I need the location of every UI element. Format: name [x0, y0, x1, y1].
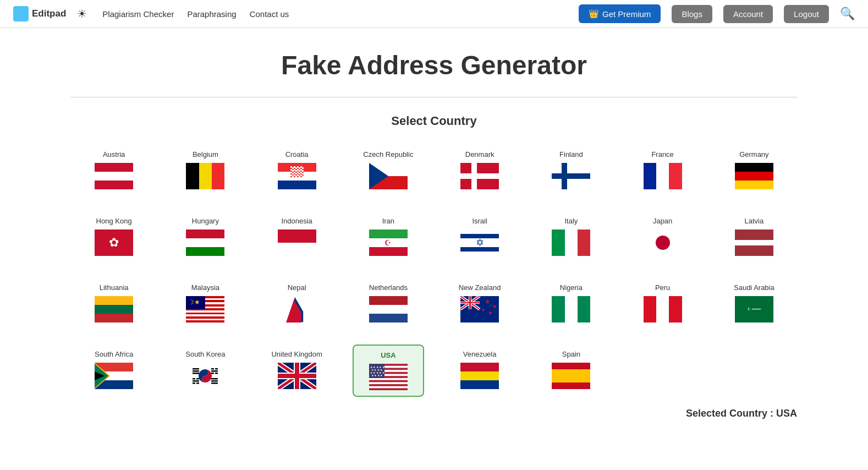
crown-icon: 👑 [589, 9, 599, 19]
flag-nepal [278, 296, 316, 323]
search-icon: 🔍 [840, 7, 855, 20]
flag-venezuela [460, 363, 499, 389]
flag-japan [644, 229, 682, 256]
svg-rect-10 [469, 296, 471, 309]
country-france[interactable]: France [627, 145, 699, 195]
country-newzealand[interactable]: New Zealand ★ ★ ★ ★ [444, 278, 515, 328]
svg-rect-48 [295, 363, 299, 389]
country-croatia[interactable]: Croatia [261, 145, 333, 195]
svg-rect-39 [211, 382, 218, 384]
country-usa[interactable]: USA ★ ★ ★ ★ ★ ★ ★ ★ ★ [353, 345, 424, 397]
flag-finland [552, 163, 590, 189]
svg-rect-30 [211, 373, 214, 374]
iran-emblem: ☪ [384, 238, 392, 247]
main-content: Fake Address Generator Select Country Au… [49, 28, 819, 441]
country-hk[interactable]: Hong Kong ✿ [78, 211, 150, 261]
flag-italy [552, 229, 590, 256]
flag-saudi: ☪ ━━━━ [735, 296, 773, 323]
svg-rect-55 [369, 384, 408, 386]
svg-rect-29 [211, 370, 218, 372]
star-of-david-icon: ✡ [476, 238, 484, 248]
country-austria[interactable]: Austria [78, 145, 150, 195]
svg-rect-34 [193, 380, 199, 382]
svg-rect-25 [193, 370, 199, 372]
country-indonesia[interactable]: Indonesia [261, 211, 333, 261]
svg-text:★ ★ ★ ★: ★ ★ ★ ★ [371, 374, 383, 377]
country-saudi[interactable]: Saudi Arabia ☪ ━━━━ [718, 278, 790, 328]
flag-hungary [186, 229, 224, 256]
svg-rect-31 [215, 373, 218, 374]
svg-rect-28 [215, 368, 218, 370]
flag-hk: ✿ [95, 229, 133, 256]
blogs-button[interactable]: Blogs [672, 5, 712, 23]
flag-croatia [278, 163, 316, 189]
logo-icon [13, 6, 29, 21]
country-nepal[interactable]: Nepal [261, 278, 333, 328]
logo-link[interactable]: Editpad [13, 6, 66, 21]
country-finland[interactable]: Finland [535, 145, 607, 195]
flag-austria [95, 163, 133, 189]
country-netherlands[interactable]: Netherlands [353, 278, 424, 328]
nav-links: Plagiarism Checker Paraphrasing Contact … [102, 9, 289, 19]
account-button[interactable]: Account [723, 5, 773, 23]
page-title: Fake Address Generator [71, 50, 797, 80]
country-spain[interactable]: Spain [535, 345, 607, 397]
country-grid: Austria Belgium Croatia Czech Republ [71, 145, 797, 397]
nav-contact-us[interactable]: Contact us [250, 9, 289, 19]
flag-germany [735, 163, 773, 189]
svg-rect-27 [211, 368, 214, 370]
logo-text: Editpad [32, 8, 66, 19]
country-latvia[interactable]: Latvia [718, 211, 790, 261]
country-venezuela[interactable]: Venezuela [444, 345, 515, 397]
flag-latvia [735, 229, 773, 256]
flag-czech [369, 163, 408, 189]
country-iran[interactable]: Iran ☪ [353, 211, 424, 261]
svg-rect-24 [193, 368, 199, 370]
country-lithuania[interactable]: Lithuania [78, 278, 150, 328]
country-malaysia[interactable]: Malaysia ☽★ [169, 278, 241, 328]
hk-flower-icon: ✿ [106, 235, 122, 250]
svg-rect-32 [193, 378, 195, 380]
flag-uk [278, 363, 316, 389]
theme-toggle-icon[interactable]: ☀ [77, 7, 87, 20]
flag-indonesia [278, 229, 316, 256]
flag-nigeria [552, 296, 590, 323]
flag-malaysia: ☽★ [186, 296, 224, 323]
flag-france [644, 163, 682, 189]
svg-rect-37 [211, 378, 218, 380]
country-belgium[interactable]: Belgium [169, 145, 241, 195]
country-southafrica[interactable]: South Africa [78, 345, 150, 397]
country-nigeria[interactable]: Nigeria [535, 278, 607, 328]
selected-country-info: Selected Country : USA [71, 408, 797, 419]
country-germany[interactable]: Germany [718, 145, 790, 195]
select-country-heading: Select Country [71, 114, 797, 128]
svg-text:★: ★ [485, 298, 491, 305]
flag-israel: ✡ [460, 229, 499, 256]
svg-rect-54 [369, 380, 408, 382]
flag-southafrica [95, 363, 133, 389]
nav-paraphrasing[interactable]: Paraphrasing [187, 9, 236, 19]
search-button[interactable]: 🔍 [840, 7, 855, 21]
logout-button[interactable]: Logout [784, 5, 829, 23]
country-denmark[interactable]: Denmark [444, 145, 515, 195]
flag-belgium [186, 163, 224, 189]
flag-southkorea [186, 363, 224, 389]
get-premium-button[interactable]: 👑 Get Premium [579, 4, 661, 23]
country-hungary[interactable]: Hungary [169, 211, 241, 261]
country-italy[interactable]: Italy [535, 211, 607, 261]
svg-text:★: ★ [481, 308, 485, 313]
nav-plagiarism-checker[interactable]: Plagiarism Checker [102, 9, 174, 19]
country-uk[interactable]: United Kingdom [261, 345, 333, 397]
country-japan[interactable]: Japan [627, 211, 699, 261]
flag-peru [644, 296, 682, 323]
saudi-text: ☪ ━━━━ [748, 307, 761, 311]
svg-rect-33 [196, 378, 199, 380]
country-southkorea[interactable]: South Korea [169, 345, 241, 397]
country-peru[interactable]: Peru [627, 278, 699, 328]
country-czech[interactable]: Czech Republic [353, 145, 424, 195]
flag-usa: ★ ★ ★ ★ ★ ★ ★ ★ ★ ★ ★ ★ ★ ★ ★ ★ ★ ★ [369, 364, 408, 390]
flag-lithuania [95, 296, 133, 323]
country-israel[interactable]: Israil ✡ [444, 211, 515, 261]
svg-rect-36 [196, 382, 199, 384]
svg-rect-38 [211, 380, 218, 382]
